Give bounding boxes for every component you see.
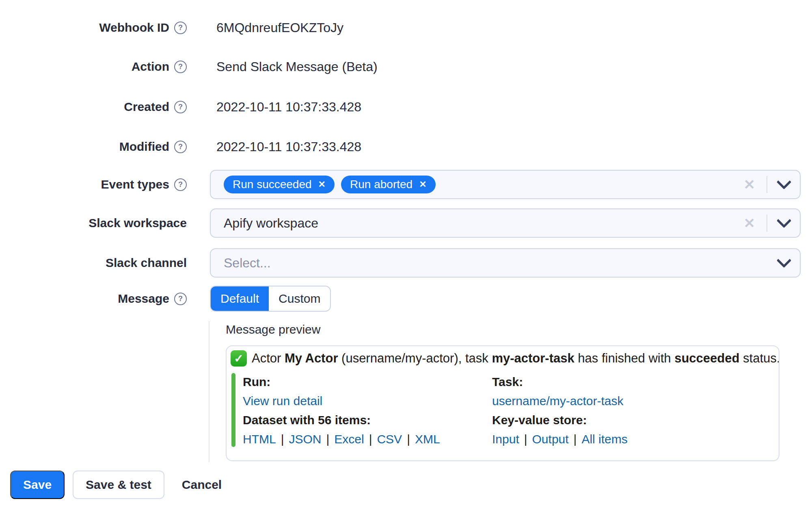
view-run-detail-link[interactable]: View run detail [243,394,322,408]
help-icon[interactable]: ? [174,22,187,34]
dataset-link-json[interactable]: JSON [289,432,321,446]
field-value: 2022-10-11 10:37:33.428 [216,100,361,115]
kv-link-all-items[interactable]: All items [581,432,627,446]
check-glyph: ✓ [234,352,243,365]
question-glyph: ? [178,295,183,303]
toggle-option-default[interactable]: Default [211,286,269,311]
toggle-option-custom[interactable]: Custom [269,286,330,311]
kv-store-heading: Key-value store: [492,410,769,430]
sentence-segment: (username/my-actor), task [338,351,492,365]
run-heading: Run: [243,372,492,391]
slack-workspace-select[interactable]: Apify workspace ✕ [210,208,801,238]
question-glyph: ? [178,103,183,111]
field-label-group: Modified ? [0,140,187,154]
select-controls: ✕ [744,215,790,232]
form-row-slack-workspace: Slack workspace Apify workspace ✕ [0,208,801,238]
tag-remove-icon[interactable]: ✕ [419,180,426,189]
form-row: Modified ? 2022-10-11 10:37:33.428 [0,137,361,156]
slack-message-card: ✓ Actor My Actor (username/my-actor), ta… [226,345,780,461]
control-divider [767,215,767,232]
chevron-down-icon[interactable] [777,213,792,228]
slack-channel-select[interactable]: Select... [210,248,801,278]
message-preview-title: Message preview [226,323,781,336]
actor-name: My Actor [285,351,338,365]
dataset-link-csv[interactable]: CSV [377,432,402,446]
dataset-link-html[interactable]: HTML [243,432,276,446]
field-label-group: Action ? [0,60,187,74]
kv-store-links: Input | Output | All items [492,430,769,449]
form-row: Action ? Send Slack Message (Beta) [0,57,378,76]
message-sentence: Actor My Actor (username/my-actor), task… [252,351,780,366]
message-preview-section: Message preview ✓ Actor My Actor (userna… [209,321,781,462]
selected-tags: Run succeeded ✕ Run aborted ✕ [224,176,436,193]
field-value: 6MQdnreufEOKZToJy [216,20,343,35]
link-separator: | [276,432,289,446]
help-icon[interactable]: ? [174,101,187,113]
field-label-group: Event types ? [0,178,187,191]
form-row-message: Message ? Default Custom [0,286,331,312]
field-label: Message [118,292,169,306]
question-glyph: ? [178,143,183,151]
select-controls [779,258,789,268]
select-controls: ✕ [744,176,790,193]
webhook-detail-form: Webhook ID ? 6MQdnreufEOKZToJy Action ? … [0,0,812,512]
selected-tag[interactable]: Run aborted ✕ [341,176,436,193]
question-glyph: ? [178,180,183,189]
control-divider [767,176,767,193]
link-separator: | [364,432,377,446]
chevron-down-icon[interactable] [777,253,792,268]
save-button[interactable]: Save [10,471,65,499]
chevron-down-icon[interactable] [777,175,792,190]
sentence-segment: has finished with [574,351,674,365]
field-label: Modified [119,140,169,154]
field-label-group: Webhook ID ? [0,21,187,35]
form-row-slack-channel: Slack channel Select... [0,248,801,278]
dataset-link-xml[interactable]: XML [415,432,440,446]
tag-label: Run succeeded [233,178,312,191]
sentence-segment: status. [739,351,780,365]
field-label: Slack workspace [89,216,187,230]
link-separator: | [569,432,582,446]
workspace-value: Apify workspace [224,216,318,231]
status-word: succeeded [674,351,739,365]
channel-placeholder: Select... [224,256,271,271]
sentence-segment: Actor [252,351,285,365]
clear-icon[interactable]: ✕ [744,216,756,230]
save-and-test-button[interactable]: Save & test [73,471,164,499]
link-separator: | [321,432,334,446]
tag-remove-icon[interactable]: ✕ [318,180,326,189]
event-types-select[interactable]: Run succeeded ✕ Run aborted ✕ ✕ [210,170,801,199]
tag-label: Run aborted [350,178,412,191]
help-icon[interactable]: ? [174,178,187,191]
link-separator: | [519,432,532,446]
form-row: Webhook ID ? 6MQdnreufEOKZToJy [0,18,343,37]
form-row: Created ? 2022-10-11 10:37:33.428 [0,97,361,117]
form-actions: Save Save & test Cancel [10,471,222,499]
help-icon[interactable]: ? [174,61,187,73]
question-glyph: ? [178,24,183,32]
field-label-group: Slack channel [0,256,187,270]
field-label: Event types [101,178,169,191]
help-icon[interactable]: ? [174,293,187,305]
run-column: Run: View run detail Dataset with 56 ite… [243,372,492,449]
field-label: Action [132,60,169,74]
kv-link-input[interactable]: Input [492,432,519,446]
clear-icon[interactable]: ✕ [744,178,756,191]
field-label: Created [124,100,169,114]
cancel-button[interactable]: Cancel [182,471,222,499]
question-glyph: ? [178,63,183,71]
message-mode-toggle: Default Custom [210,286,331,312]
help-icon[interactable]: ? [174,141,187,153]
field-value: 2022-10-11 10:37:33.428 [216,139,361,154]
selected-tag[interactable]: Run succeeded ✕ [224,176,335,193]
dataset-link-excel[interactable]: Excel [334,432,364,446]
task-heading: Task: [492,372,769,391]
kv-link-output[interactable]: Output [532,432,569,446]
form-row-event-types: Event types ? Run succeeded ✕ Run aborte… [0,170,801,199]
slack-attachment: Run: View run detail Dataset with 56 ite… [231,371,769,452]
link-separator: | [402,432,415,446]
attachment-columns: Run: View run detail Dataset with 56 ite… [243,371,769,452]
task-link[interactable]: username/my-actor-task [492,394,623,408]
field-label-group: Slack workspace [0,216,187,230]
field-label-group: Message ? [0,292,187,306]
